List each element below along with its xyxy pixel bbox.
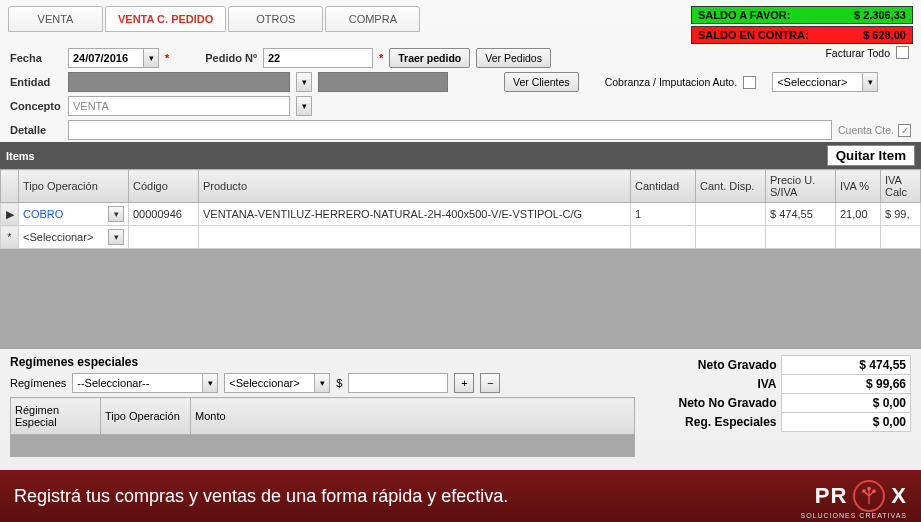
- cell-tipo[interactable]: COBRO▾: [19, 203, 129, 226]
- chevron-down-icon[interactable]: ▾: [108, 206, 124, 222]
- col-producto[interactable]: Producto: [199, 170, 631, 203]
- ver-clientes-button[interactable]: Ver Clientes: [504, 72, 579, 92]
- chevron-down-icon[interactable]: ▾: [202, 373, 218, 393]
- neto-gravado-value: $ 474,55: [781, 356, 911, 375]
- tab-otros[interactable]: OTROS: [228, 6, 323, 32]
- fecha-dropdown-icon[interactable]: ▾: [143, 48, 159, 68]
- col-codigo[interactable]: Código: [129, 170, 199, 203]
- saldo-favor: SALDO A FAVOR: $ 2.306,33: [691, 6, 913, 24]
- tab-compra[interactable]: COMPRA: [325, 6, 420, 32]
- tab-venta[interactable]: VENTA: [8, 6, 103, 32]
- cell-codigo[interactable]: 00000946: [129, 203, 199, 226]
- row-marker-header: [1, 170, 19, 203]
- fecha-label: Fecha: [10, 52, 62, 64]
- cell-cantidad[interactable]: 1: [631, 203, 696, 226]
- required-marker: *: [165, 52, 169, 64]
- saldo-favor-value: $ 2.306,33: [822, 7, 912, 23]
- cobranza-label: Cobranza / Imputacion Auto.: [605, 76, 738, 88]
- svg-point-1: [873, 490, 876, 493]
- reg-col-regimen[interactable]: Régimen Especial: [11, 398, 101, 435]
- cell-ivacalc[interactable]: $ 99,: [881, 203, 921, 226]
- required-marker: *: [379, 52, 383, 64]
- saldo-contra: SALDO EN CONTRA: $ 628,00: [691, 26, 913, 44]
- brand-post: X: [891, 483, 907, 509]
- table-row[interactable]: ▶ COBRO▾ 00000946 VENTANA-VENTILUZ-HERRE…: [1, 203, 921, 226]
- iva-value: $ 99,66: [781, 375, 911, 394]
- fecha-input[interactable]: [68, 48, 143, 68]
- regimenes-amount-input[interactable]: [348, 373, 448, 393]
- row-marker: *: [1, 226, 19, 249]
- entidad-code-input[interactable]: [318, 72, 448, 92]
- reg-col-monto[interactable]: Monto: [191, 398, 635, 435]
- ver-pedidos-button[interactable]: Ver Pedidos: [476, 48, 551, 68]
- remove-regimen-button[interactable]: −: [480, 373, 500, 393]
- footer-banner: Registrá tus compras y ventas de una for…: [0, 470, 921, 522]
- col-cantidad[interactable]: Cantidad: [631, 170, 696, 203]
- regimenes-title: Regímenes especiales: [10, 355, 635, 369]
- facturar-todo-checkbox[interactable]: [896, 46, 909, 59]
- neto-no-gravado-value: $ 0,00: [781, 394, 911, 413]
- regimenes-label: Regímenes: [10, 377, 66, 389]
- cuenta-cte-checkbox[interactable]: [898, 124, 911, 137]
- cell-producto[interactable]: VENTANA-VENTILUZ-HERRERO-NATURAL-2H-400x…: [199, 203, 631, 226]
- reg-especiales-label: Reg. Especiales: [641, 413, 781, 432]
- reg-col-tipo[interactable]: Tipo Operación: [101, 398, 191, 435]
- cell-tipo-new[interactable]: <Seleccionar>▾: [19, 226, 129, 249]
- footer-text: Registrá tus compras y ventas de una for…: [14, 486, 508, 507]
- items-title: Items: [6, 150, 35, 162]
- cell-disp[interactable]: [696, 203, 766, 226]
- neto-no-gravado-label: Neto No Gravado: [641, 394, 781, 413]
- concepto-dropdown-icon[interactable]: ▾: [296, 96, 312, 116]
- concepto-input[interactable]: [68, 96, 290, 116]
- col-tipo[interactable]: Tipo Operación: [19, 170, 129, 203]
- cell-precio[interactable]: $ 474,55: [766, 203, 836, 226]
- entidad-input[interactable]: [68, 72, 290, 92]
- add-regimen-button[interactable]: +: [454, 373, 474, 393]
- concepto-label: Concepto: [10, 100, 62, 112]
- col-precio[interactable]: Precio U. S/IVA: [766, 170, 836, 203]
- entidad-dropdown-icon[interactable]: ▾: [296, 72, 312, 92]
- cobranza-select[interactable]: [772, 72, 862, 92]
- pedido-input[interactable]: [263, 48, 373, 68]
- chevron-down-icon[interactable]: ▾: [108, 229, 124, 245]
- saldo-contra-value: $ 628,00: [822, 27, 912, 43]
- regimenes-select[interactable]: [72, 373, 202, 393]
- col-ivacalc[interactable]: IVA Calc: [881, 170, 921, 203]
- cobranza-checkbox[interactable]: [743, 76, 756, 89]
- cell-iva[interactable]: 21,00: [836, 203, 881, 226]
- brand-icon: [853, 480, 885, 512]
- chevron-down-icon[interactable]: ▾: [314, 373, 330, 393]
- iva-label: IVA: [641, 375, 781, 394]
- detalle-label: Detalle: [10, 124, 62, 136]
- brand-logo: PR X: [815, 480, 907, 512]
- dollar-label: $: [336, 377, 342, 389]
- col-iva[interactable]: IVA %: [836, 170, 881, 203]
- saldo-favor-label: SALDO A FAVOR:: [692, 7, 822, 23]
- entidad-label: Entidad: [10, 76, 62, 88]
- brand-sub: SOLUCIONES CREATIVAS: [801, 512, 907, 519]
- brand-pre: PR: [815, 483, 848, 509]
- row-marker: ▶: [1, 203, 19, 226]
- traer-pedido-button[interactable]: Traer pedido: [389, 48, 470, 68]
- col-disp[interactable]: Cant. Disp.: [696, 170, 766, 203]
- tab-venta-c-pedido[interactable]: VENTA C. PEDIDO: [105, 6, 226, 32]
- saldo-contra-label: SALDO EN CONTRA:: [692, 27, 822, 43]
- reg-especiales-value: $ 0,00: [781, 413, 911, 432]
- pedido-label: Pedido Nº: [205, 52, 257, 64]
- svg-point-0: [863, 490, 866, 493]
- items-grid[interactable]: Tipo Operación Código Producto Cantidad …: [0, 169, 921, 349]
- cobranza-dropdown-icon[interactable]: ▾: [862, 72, 878, 92]
- table-row-new[interactable]: * <Seleccionar>▾: [1, 226, 921, 249]
- facturar-todo-label: Facturar Todo: [825, 47, 890, 59]
- cuenta-cte-label: Cuenta Cte.: [838, 124, 894, 136]
- regimenes-grid[interactable]: Régimen Especial Tipo Operación Monto: [10, 397, 635, 457]
- detalle-input[interactable]: [68, 120, 832, 140]
- regimenes-select2[interactable]: [224, 373, 314, 393]
- neto-gravado-label: Neto Gravado: [641, 356, 781, 375]
- quitar-item-button[interactable]: Quitar Item: [827, 145, 915, 166]
